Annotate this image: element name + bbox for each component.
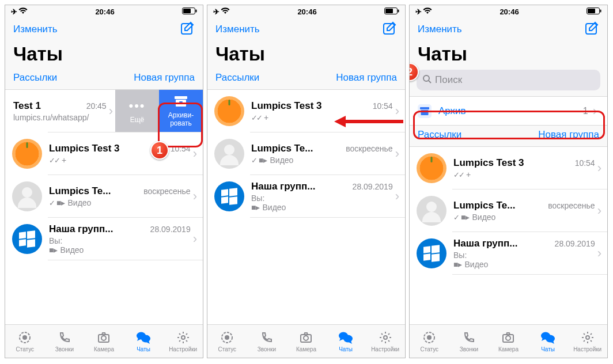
broadcast-link[interactable]: Рассылки — [215, 72, 259, 84]
airplane-icon: ✈ — [213, 7, 220, 16]
video-icon: ■▸ — [49, 245, 58, 255]
video-icon: ■▸ — [453, 260, 462, 269]
phone-icon — [461, 330, 476, 345]
chat-time: воскресенье — [143, 187, 190, 196]
screen-2: ✈ 20:46 Изменить Чаты Рассылки Новая гру… — [207, 5, 406, 358]
status-time: 20:46 — [95, 7, 114, 16]
tab-chats[interactable]: Чаты — [528, 325, 568, 358]
tab-settings[interactable]: Настройки — [365, 325, 405, 358]
broadcast-link[interactable]: Рассылки — [418, 129, 461, 141]
airplane-icon: ✈ — [415, 7, 422, 16]
tab-status[interactable]: Статус — [207, 325, 247, 358]
edit-button[interactable]: Изменить — [215, 24, 260, 35]
chat-row[interactable]: Lumpics Te...воскресенье ✓■▸Видео › — [207, 132, 405, 175]
compose-icon[interactable] — [584, 21, 599, 38]
newgroup-link[interactable]: Новая группа — [134, 72, 195, 84]
chat-name: Lumpics Test 3 — [251, 100, 322, 112]
status-bar: ✈ 20:46 — [5, 5, 203, 18]
wifi-icon — [18, 7, 28, 16]
chat-name: Наша групп... — [49, 223, 113, 235]
svg-rect-26 — [600, 9, 601, 12]
svg-point-10 — [101, 336, 106, 340]
swipe-more-button[interactable]: ••• Ещё — [115, 90, 159, 132]
chevron-icon: › — [595, 246, 604, 261]
camera-icon — [298, 330, 313, 345]
tab-calls[interactable]: Звонки — [45, 325, 85, 358]
avatar — [417, 238, 446, 268]
svg-rect-1 — [196, 9, 197, 12]
chat-name: Наша групп... — [453, 238, 517, 249]
archive-row[interactable]: Архив 1 › — [410, 96, 607, 125]
svg-point-29 — [423, 75, 429, 81]
chat-row[interactable]: Lumpics Te... воскресенье ✓■▸Видео › — [5, 175, 203, 218]
avatar — [417, 153, 446, 183]
chat-row-swiped[interactable]: Test 1 20:45 lumpics.ru/whatsapp/ › ••• … — [5, 90, 203, 132]
chat-row[interactable]: Наша групп... 28.09.2019 Вы: ■▸Видео › — [5, 218, 203, 260]
chat-name: Lumpics Te... — [251, 143, 313, 154]
search-input[interactable]: Поиск — [417, 70, 600, 90]
camera-icon — [96, 330, 111, 345]
phone-icon — [259, 330, 274, 345]
ellipsis-icon: ••• — [128, 98, 145, 113]
edit-button[interactable]: Изменить — [13, 24, 58, 35]
chevron-icon: › — [595, 203, 604, 218]
annotation-arrow-left — [334, 115, 403, 131]
tab-status[interactable]: Статус — [5, 325, 45, 358]
avatar — [12, 139, 42, 169]
chat-name: Lumpics Te... — [49, 185, 111, 197]
gear-icon — [176, 330, 191, 345]
chat-row[interactable]: Lumpics Test 3 10:54 ✓✓+ › — [5, 132, 203, 175]
swipe-archive-button[interactable]: Архиви- ровать — [159, 90, 203, 132]
compose-icon[interactable] — [180, 21, 195, 38]
chat-row[interactable]: Lumpics Te...воскресенье ✓■▸Видео › — [410, 189, 607, 232]
camera-icon — [501, 330, 516, 345]
tab-settings[interactable]: Настройки — [567, 325, 607, 358]
chat-row[interactable]: Наша групп...28.09.2019 Вы: ■▸Видео › — [207, 175, 405, 218]
svg-rect-27 — [588, 9, 595, 13]
chat-name: Наша групп... — [251, 181, 315, 192]
chevron-icon: › — [107, 104, 115, 119]
chevron-icon: › — [191, 189, 199, 204]
edit-button[interactable]: Изменить — [418, 24, 462, 35]
sub-links: Рассылки Новая группа — [410, 125, 607, 146]
tab-calls[interactable]: Звонки — [449, 325, 489, 358]
read-ticks-icon: ✓✓ — [251, 113, 262, 122]
avatar — [12, 181, 42, 211]
chat-name: Lumpics Te... — [453, 200, 515, 211]
tab-camera[interactable]: Камера — [84, 325, 124, 358]
svg-point-19 — [225, 335, 229, 340]
airplane-icon: ✈ — [11, 7, 17, 16]
chevron-icon: › — [591, 104, 599, 119]
svg-rect-30 — [420, 107, 429, 109]
tab-chats[interactable]: Чаты — [326, 325, 366, 358]
newgroup-link[interactable]: Новая группа — [538, 129, 599, 141]
compose-icon[interactable] — [382, 21, 397, 38]
tab-camera[interactable]: Камера — [489, 325, 528, 358]
read-ticks-icon: ✓✓ — [453, 170, 464, 179]
tab-bar: Статус Звонки Камера Чаты Настройки — [410, 324, 607, 358]
newgroup-link[interactable]: Новая группа — [336, 72, 397, 84]
chat-time: 20:45 — [86, 101, 107, 111]
tab-chats[interactable]: Чаты — [124, 325, 164, 358]
svg-point-12 — [141, 335, 150, 343]
sent-tick-icon: ✓ — [49, 199, 54, 207]
chat-row[interactable]: Lumpics Test 310:54 ✓✓+ › — [410, 147, 607, 189]
archive-label: Архив — [438, 105, 583, 117]
step-badge-1: 1 — [150, 141, 169, 160]
tab-status[interactable]: Статус — [410, 325, 449, 358]
status-bar: ✈ 20:46 — [410, 5, 607, 18]
tab-camera[interactable]: Камера — [286, 325, 326, 358]
svg-rect-31 — [421, 110, 429, 115]
nav-bar: Изменить — [410, 18, 607, 41]
svg-point-39 — [586, 336, 589, 339]
tab-settings[interactable]: Настройки — [163, 325, 203, 358]
svg-rect-15 — [398, 9, 399, 12]
broadcast-link[interactable]: Рассылки — [13, 72, 57, 84]
svg-rect-28 — [586, 24, 596, 34]
svg-rect-16 — [385, 9, 393, 13]
tab-bar: Статус Звонки Камера Чаты Настройки — [5, 324, 203, 358]
tab-calls[interactable]: Звонки — [247, 325, 287, 358]
chat-row[interactable]: Наша групп...28.09.2019 Вы: ■▸Видео › — [410, 232, 607, 275]
wifi-icon — [221, 7, 230, 16]
avatar — [214, 96, 244, 126]
